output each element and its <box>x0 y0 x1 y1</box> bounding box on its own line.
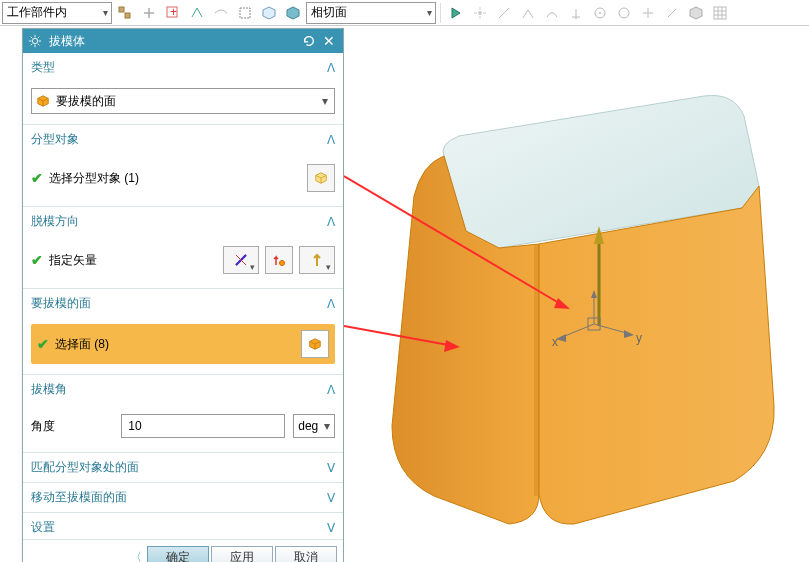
parting-select-row[interactable]: ✔ 选择分型对象 (1) <box>31 160 335 196</box>
svg-point-11 <box>280 261 285 266</box>
filter-select[interactable]: 相切面 <box>306 2 436 24</box>
svg-rect-4 <box>240 8 250 18</box>
section-move: 移动至拔模面的面 ᐯ <box>23 483 343 513</box>
dialog-titlebar: 拔模体 ✕ <box>23 29 343 53</box>
chevron-up-icon: ᐱ <box>327 133 335 147</box>
faces-cube-button[interactable] <box>301 330 329 358</box>
section-faces-header[interactable]: 要拔模的面 ᐱ <box>23 289 343 318</box>
direction-row: ✔ 指定矢量 <box>31 242 335 278</box>
reset-icon[interactable] <box>299 31 319 51</box>
solid-icon[interactable] <box>685 2 707 24</box>
section-parting: 分型对象 ᐱ ✔ 选择分型对象 (1) <box>23 125 343 207</box>
footer-chevron-left-icon[interactable]: 〈 <box>127 546 145 563</box>
section-type-label: 类型 <box>31 59 327 76</box>
section-direction: 脱模方向 ᐱ ✔ 指定矢量 <box>23 207 343 289</box>
type-dropdown-value: 要拔模的面 <box>56 93 116 110</box>
svg-text:x: x <box>552 335 558 349</box>
3d-viewport[interactable]: x y <box>344 26 809 562</box>
svg-point-5 <box>478 11 482 15</box>
tool-icon-6[interactable] <box>234 2 256 24</box>
scope-select-label: 工作部件内 <box>7 4 67 21</box>
dialog-body: 类型 ᐱ 要拔模的面 分型对象 ᐱ ✔ 选择分型对象 (1) <box>23 53 343 539</box>
faces-select-row[interactable]: ✔ 选择面 (8) <box>31 324 335 364</box>
section-type-header[interactable]: 类型 ᐱ <box>23 53 343 82</box>
ok-button[interactable]: 确定 <box>147 546 209 563</box>
tool-icon-5[interactable] <box>210 2 232 24</box>
circle-dot-icon[interactable] <box>589 2 611 24</box>
tool-icon-1[interactable] <box>114 2 136 24</box>
section-move-label: 移动至拔模面的面 <box>31 489 327 506</box>
toolbar-separator <box>440 3 441 23</box>
angle-unit-label: deg <box>298 419 318 433</box>
chevron-down-icon: ᐯ <box>327 521 335 535</box>
section-settings-label: 设置 <box>31 519 327 536</box>
angle-input[interactable] <box>121 414 285 438</box>
draft-body-dialog: 拔模体 ✕ 类型 ᐱ 要拔模的面 分型对象 ᐱ ✔ <box>22 28 344 562</box>
section-parting-label: 分型对象 <box>31 131 327 148</box>
svg-rect-9 <box>714 7 726 19</box>
plus-icon[interactable] <box>637 2 659 24</box>
axis-icon[interactable] <box>565 2 587 24</box>
angle-param-row: 角度 deg <box>31 410 335 442</box>
circle-icon[interactable] <box>613 2 635 24</box>
dialog-title: 拔模体 <box>49 33 299 50</box>
section-move-header[interactable]: 移动至拔模面的面 ᐯ <box>23 483 343 512</box>
reverse-vector-button[interactable] <box>265 246 293 274</box>
chevron-up-icon: ᐱ <box>327 383 335 397</box>
tool-icon-4[interactable] <box>186 2 208 24</box>
tool-icon-8[interactable] <box>282 2 304 24</box>
section-match-label: 匹配分型对象处的面 <box>31 459 327 476</box>
line-icon[interactable] <box>493 2 515 24</box>
apply-button[interactable]: 应用 <box>211 546 273 563</box>
section-settings: 设置 ᐯ <box>23 513 343 539</box>
tool-icon-7[interactable] <box>258 2 280 24</box>
parting-select-label: 选择分型对象 (1) <box>49 170 301 187</box>
section-angle-header[interactable]: 拔模角 ᐱ <box>23 375 343 404</box>
section-angle-label: 拔模角 <box>31 381 327 398</box>
vector-method-button[interactable] <box>223 246 259 274</box>
slash-icon[interactable] <box>661 2 683 24</box>
type-dropdown[interactable]: 要拔模的面 <box>31 88 335 114</box>
grid-icon[interactable] <box>709 2 731 24</box>
svg-rect-1 <box>125 13 130 18</box>
section-faces-label: 要拔模的面 <box>31 295 327 312</box>
dialog-footer: 〈 确定 应用 取消 <box>23 539 343 562</box>
check-icon: ✔ <box>37 336 49 352</box>
gear-icon[interactable] <box>27 33 43 49</box>
chevron-down-icon: ᐯ <box>327 461 335 475</box>
svg-text:y: y <box>636 331 642 345</box>
cube-orange-icon <box>36 94 50 108</box>
angle-unit-select[interactable]: deg <box>293 414 335 438</box>
section-match: 匹配分型对象处的面 ᐯ <box>23 453 343 483</box>
parting-cube-button[interactable] <box>307 164 335 192</box>
svg-text:+: + <box>170 5 177 19</box>
angle-line-icon[interactable] <box>517 2 539 24</box>
angle-param-label: 角度 <box>31 418 113 435</box>
section-settings-header[interactable]: 设置 ᐯ <box>23 513 343 539</box>
svg-point-8 <box>619 8 629 18</box>
arc-icon[interactable] <box>541 2 563 24</box>
chevron-up-icon: ᐱ <box>327 61 335 75</box>
vector-dropdown-button[interactable] <box>299 246 335 274</box>
section-direction-header[interactable]: 脱模方向 ᐱ <box>23 207 343 236</box>
section-parting-header[interactable]: 分型对象 ᐱ <box>23 125 343 154</box>
tool-icon-2[interactable] <box>138 2 160 24</box>
filter-select-label: 相切面 <box>311 4 347 21</box>
section-type: 类型 ᐱ 要拔模的面 <box>23 53 343 125</box>
section-direction-label: 脱模方向 <box>31 213 327 230</box>
svg-point-10 <box>32 38 37 43</box>
section-match-header[interactable]: 匹配分型对象处的面 ᐯ <box>23 453 343 482</box>
direction-vector-label: 指定矢量 <box>49 252 217 269</box>
cancel-button[interactable]: 取消 <box>275 546 337 563</box>
close-icon[interactable]: ✕ <box>319 31 339 51</box>
check-icon: ✔ <box>31 170 43 186</box>
section-angle: 拔模角 ᐱ 角度 deg <box>23 375 343 453</box>
arrow-play-icon[interactable] <box>445 2 467 24</box>
section-faces: 要拔模的面 ᐱ ✔ 选择面 (8) <box>23 289 343 375</box>
chevron-down-icon: ᐯ <box>327 491 335 505</box>
top-toolbar: 工作部件内 + 相切面 <box>0 0 809 26</box>
scope-select[interactable]: 工作部件内 <box>2 2 112 24</box>
tool-icon-3[interactable]: + <box>162 2 184 24</box>
chevron-up-icon: ᐱ <box>327 215 335 229</box>
snap-icon[interactable] <box>469 2 491 24</box>
